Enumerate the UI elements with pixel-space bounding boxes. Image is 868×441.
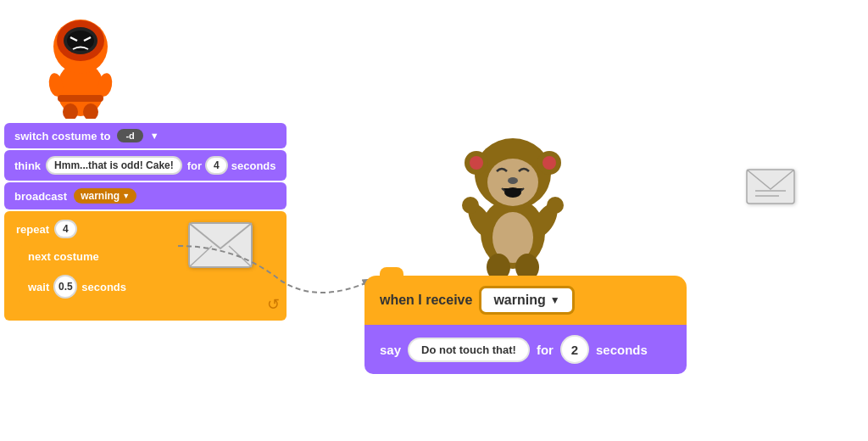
broadcast-block: broadcast warning ▼ — [4, 182, 287, 209]
svg-point-30 — [462, 197, 479, 214]
say-block: say Do not touch that! for 2 seconds — [364, 325, 687, 374]
say-seconds-val: 2 — [560, 335, 589, 364]
wait-val: 0.5 — [53, 275, 77, 299]
costume-dropdown-arrow: ▼ — [150, 131, 159, 141]
say-for-label: for — [537, 343, 554, 357]
next-costume-label: next costume — [28, 250, 99, 263]
undo-arrow-icon: ↺ — [267, 295, 280, 314]
svg-point-24 — [542, 156, 556, 170]
warning-receive-arrow: ▼ — [550, 294, 560, 306]
warning-receive-dropdown[interactable]: warning ▼ — [479, 286, 574, 315]
svg-point-26 — [508, 177, 518, 184]
dashed-arrow — [170, 229, 390, 297]
svg-point-31 — [547, 197, 564, 214]
think-seconds-label: seconds — [231, 159, 276, 172]
costume-value: -d — [117, 129, 142, 142]
wait-seconds-label: seconds — [81, 281, 126, 293]
svg-point-27 — [504, 187, 521, 198]
when-receive-block: when I receive warning ▼ — [364, 276, 687, 325]
warning-receive-label: warning — [493, 293, 545, 308]
say-text-value: Do not touch that! — [421, 343, 516, 356]
say-seconds-label: seconds — [596, 343, 648, 357]
warning-dropdown[interactable]: warning ▼ — [74, 188, 136, 204]
broadcast-label: broadcast — [14, 190, 67, 203]
left-character — [34, 0, 127, 119]
wait-label: wait — [28, 281, 49, 293]
think-for-label: for — [187, 159, 202, 172]
right-character — [441, 102, 585, 280]
envelope-small — [745, 165, 796, 211]
repeat-label: repeat — [16, 223, 49, 236]
repeat-val: 4 — [54, 220, 77, 238]
right-code-blocks: when I receive warning ▼ say Do not touc… — [364, 276, 687, 374]
svg-rect-11 — [58, 95, 103, 102]
think-block: think Hmm...that is odd! Cake! for 4 sec… — [4, 150, 287, 181]
say-label: say — [380, 343, 401, 357]
warning-label: warning — [81, 190, 120, 202]
warning-dropdown-arrow: ▼ — [122, 192, 130, 200]
think-text: Hmm...that is odd! Cake! — [46, 156, 182, 175]
think-label: think — [14, 159, 41, 172]
when-receive-label: when I receive — [380, 293, 472, 308]
svg-point-22 — [470, 156, 483, 170]
say-text-input: Do not touch that! — [408, 338, 530, 362]
think-seconds-val: 4 — [205, 156, 228, 175]
switch-costume-label: switch costume to — [14, 130, 110, 142]
switch-costume-block: switch costume to -d ▼ — [4, 123, 287, 148]
